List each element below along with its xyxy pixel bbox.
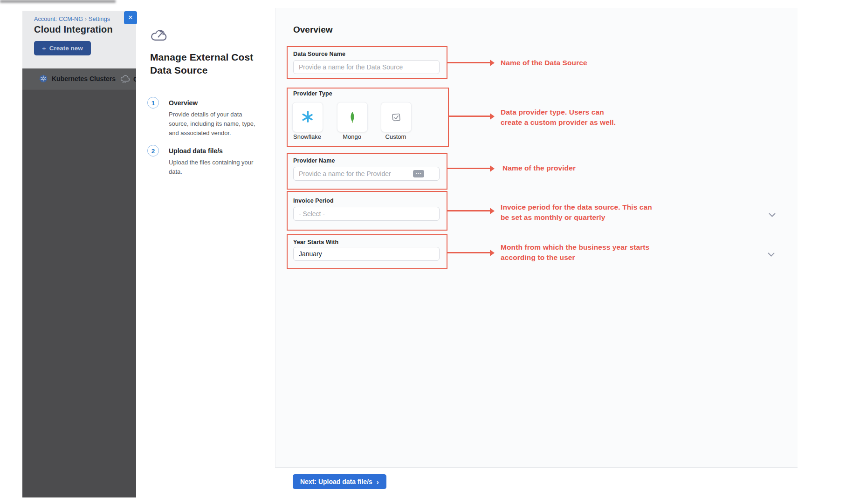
- cloud-tab-icon: [120, 75, 131, 83]
- data-source-name-input[interactable]: [293, 60, 440, 74]
- plus-icon: +: [42, 46, 46, 51]
- kubernetes-icon: [39, 75, 48, 83]
- provider-card-custom[interactable]: [381, 102, 412, 132]
- invoice-period-label: Invoice Period: [293, 198, 334, 204]
- drawer-title: Manage External Cost Data Source: [150, 51, 264, 77]
- step-1-description: Provide details of your data source, inc…: [169, 110, 258, 138]
- chevron-down-icon[interactable]: [768, 251, 775, 259]
- close-icon[interactable]: ✕: [124, 11, 137, 24]
- annotation-text-data-source-name: Name of the Data Source: [501, 58, 631, 68]
- chevron-down-icon[interactable]: [769, 211, 776, 219]
- provider-label-custom: Custom: [381, 133, 411, 140]
- snowflake-icon: [302, 111, 314, 123]
- step-1-title: Overview: [169, 99, 198, 107]
- provider-name-label: Provider Name: [293, 157, 335, 164]
- page-tabs: Kubernetes Clusters C: [22, 68, 136, 89]
- next-upload-button[interactable]: Next: Upload data file/s ›: [293, 474, 386, 489]
- step-2-title: Upload data file/s: [169, 147, 223, 155]
- ellipsis-expression-icon[interactable]: •••: [413, 170, 424, 177]
- annotation-text-invoice-period: Invoice period for the data source. This…: [501, 202, 657, 222]
- annotation-arrow: [447, 210, 490, 211]
- invoice-period-value: - Select -: [299, 210, 325, 218]
- provider-card-snowflake[interactable]: [292, 102, 323, 132]
- mongo-leaf-icon: [347, 111, 358, 123]
- breadcrumb-settings-link[interactable]: Settings: [89, 16, 110, 22]
- annotation-arrow: [447, 252, 490, 253]
- provider-label-mongo: Mongo: [337, 133, 367, 140]
- step-1-indicator: 1: [147, 97, 159, 109]
- background-page-panel: Account: CCM-NG›Settings Cloud Integrati…: [22, 11, 136, 497]
- annotation-arrow: [447, 168, 490, 169]
- breadcrumb-account-link[interactable]: Account: CCM-NG: [34, 16, 83, 22]
- annotation-arrow: [447, 62, 490, 63]
- breadcrumb-separator: ›: [85, 16, 87, 22]
- drawer-steps-panel: Manage External Cost Data Source 1 Overv…: [136, 8, 275, 504]
- annotation-text-year-starts-with: Month from which the business year start…: [501, 242, 659, 262]
- year-starts-with-label: Year Starts With: [293, 239, 338, 245]
- annotation-text-provider-name: Name of the provider: [502, 163, 633, 173]
- invoice-period-select[interactable]: - Select -: [293, 207, 440, 221]
- custom-provider-icon: [390, 111, 402, 123]
- chevron-right-icon: ›: [377, 478, 379, 485]
- top-blur-strip: [0, 0, 116, 3]
- breadcrumb: Account: CCM-NG›Settings: [34, 16, 136, 22]
- form-heading: Overview: [293, 25, 333, 35]
- create-new-button[interactable]: + Create new: [34, 41, 91, 55]
- provider-card-mongo[interactable]: [337, 102, 368, 132]
- step-2-indicator: 2: [147, 145, 159, 157]
- provider-label-snowflake: Snowflake: [292, 133, 322, 140]
- page-header: Account: CCM-NG›Settings Cloud Integrati…: [22, 11, 136, 68]
- page-title: Cloud Integration: [34, 24, 136, 35]
- next-button-label: Next: Upload data file/s: [300, 478, 372, 485]
- step-2-description: Upload the files containing your data.: [169, 158, 258, 177]
- tab-cloud-integration-truncated[interactable]: C: [120, 68, 136, 89]
- tab-kubernetes-clusters[interactable]: Kubernetes Clusters: [52, 75, 116, 82]
- data-source-name-label: Data Source Name: [293, 51, 345, 57]
- year-starts-with-select[interactable]: January: [293, 247, 440, 261]
- overview-form-panel: Overview Data Source Name Provider Type: [275, 8, 798, 468]
- annotation-arrow: [449, 116, 490, 117]
- annotation-text-provider-type: Data provider type. Users can create a c…: [501, 107, 618, 127]
- cloud-upload-icon: [149, 27, 169, 45]
- provider-type-label: Provider Type: [293, 90, 332, 97]
- year-starts-with-value: January: [299, 250, 322, 258]
- create-new-label: Create new: [49, 45, 83, 52]
